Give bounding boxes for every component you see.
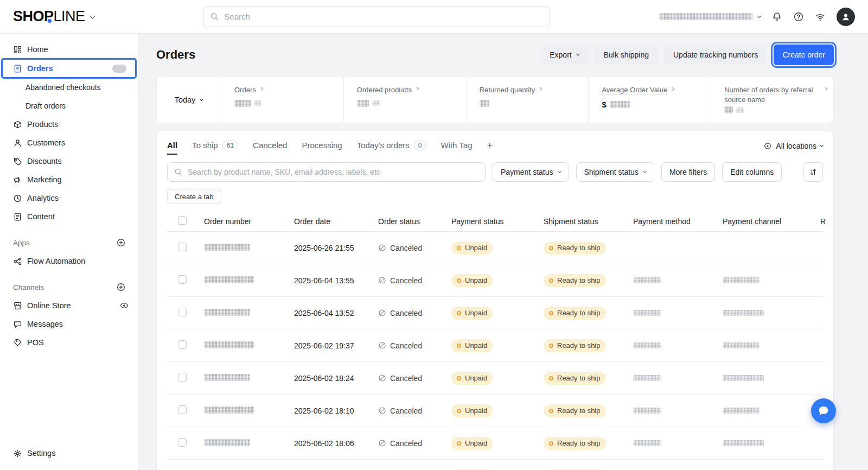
table-row[interactable]: 2025-06-02 18:24 Canceled Unpaid Ready t…	[167, 362, 823, 395]
table-row[interactable]: 2025-06-02 19:37 Canceled Unpaid Ready t…	[167, 329, 823, 362]
table-row[interactable]: 2025-06-26 21:55 Canceled Unpaid Ready t…	[167, 232, 823, 264]
tab-with-tag[interactable]: With Tag	[441, 141, 472, 155]
sidebar-item-pos[interactable]: POS	[0, 333, 138, 352]
sidebar-item-marketing[interactable]: Marketing	[0, 170, 138, 189]
order-date: 2025-06-02 18:06	[294, 439, 378, 448]
order-number-redacted[interactable]	[204, 439, 250, 446]
content-icon	[13, 212, 22, 221]
stats-period-select[interactable]: Today	[157, 77, 221, 123]
stats-strip: Today Orders Ordered products Returned q…	[156, 76, 834, 123]
avatar[interactable]	[837, 8, 855, 26]
shipment-status-badge: Ready to ship	[544, 437, 606, 450]
orders-table: Order number Order date Order status Pay…	[167, 211, 823, 470]
column-header[interactable]: Order date	[294, 217, 378, 226]
column-header[interactable]: Payment method	[633, 217, 723, 226]
canceled-icon	[378, 244, 386, 252]
bulk-shipping-button[interactable]: Bulk shipping	[595, 45, 658, 65]
sidebar-item-customers[interactable]: Customers	[0, 134, 138, 152]
create-order-button[interactable]: Create order	[774, 45, 834, 65]
plus-circle-icon[interactable]	[116, 238, 126, 247]
sidebar-item-flow-automation[interactable]: Flow Automation	[0, 252, 138, 270]
flow-automation-icon	[13, 257, 22, 266]
more-filters-button[interactable]: More filters	[661, 162, 715, 182]
order-number-redacted[interactable]	[204, 276, 254, 283]
sidebar-item-orders[interactable]: Orders	[3, 60, 135, 77]
plus-circle-icon[interactable]	[116, 282, 126, 292]
tab-all[interactable]: All	[167, 141, 177, 155]
order-date: 2025-06-04 13:55	[294, 276, 378, 285]
payment-status-badge-label: Unpaid	[465, 244, 487, 252]
stat-returned-quantity-label[interactable]: Returned quantity	[480, 85, 542, 95]
help-icon[interactable]	[793, 11, 804, 22]
table-row[interactable]: Canceled Unpaid Ready to ship	[167, 460, 823, 470]
shipment-status-filter[interactable]: Shipment status	[576, 162, 654, 182]
column-header[interactable]: Payment status	[451, 217, 544, 226]
stat-orders-label[interactable]: Orders	[234, 85, 263, 95]
sidebar-item-content[interactable]: Content	[0, 207, 138, 226]
order-number-redacted[interactable]	[204, 244, 250, 251]
sidebar-item-settings[interactable]: Settings	[0, 444, 138, 462]
sidebar-item-discounts[interactable]: Discounts	[0, 152, 138, 170]
shipment-status-badge-label: Ready to ship	[557, 374, 601, 382]
tab-todays-orders[interactable]: Today's orders0	[357, 141, 426, 155]
stat-referral-label[interactable]: Number of orders by referral source name	[724, 85, 827, 104]
order-number-redacted[interactable]	[204, 309, 250, 316]
stat-aov-label[interactable]: Average Order Value	[602, 85, 674, 95]
tab-processing[interactable]: Processing	[302, 141, 342, 155]
order-status: Canceled	[378, 309, 451, 317]
location-label: All locations	[776, 142, 816, 150]
order-number-redacted[interactable]	[204, 374, 250, 381]
order-search-input[interactable]	[188, 168, 478, 176]
orders-table-body: 2025-06-26 21:55 Canceled Unpaid Ready t…	[167, 232, 823, 470]
row-checkbox[interactable]	[178, 438, 187, 447]
table-row[interactable]: 2025-06-02 18:10 Canceled Unpaid Ready t…	[167, 395, 823, 427]
export-button[interactable]: Export	[541, 45, 588, 65]
order-number-redacted[interactable]	[204, 407, 254, 414]
column-header[interactable]: Payment channel	[723, 217, 820, 226]
column-header[interactable]: Shipment status	[544, 217, 633, 226]
table-row[interactable]: 2025-06-04 13:55 Canceled Unpaid Ready t…	[167, 264, 823, 297]
bell-icon[interactable]	[771, 11, 782, 22]
sidebar-item-analytics[interactable]: Analytics	[0, 189, 138, 207]
eye-icon[interactable]	[119, 301, 129, 310]
select-all-checkbox[interactable]	[178, 216, 187, 225]
add-tab-button[interactable]: +	[487, 140, 493, 155]
sidebar-item-online-store[interactable]: Online Store	[0, 296, 138, 315]
sidebar-item-messages[interactable]: Messages	[0, 315, 138, 333]
table-row[interactable]: 2025-06-04 13:52 Canceled Unpaid Ready t…	[167, 297, 823, 329]
global-search-input[interactable]	[224, 12, 543, 21]
sidebar-item-label: Online Store	[27, 301, 71, 310]
chat-launcher-button[interactable]	[811, 398, 836, 423]
column-header[interactable]: Recipient	[820, 217, 826, 226]
tab-canceled[interactable]: Canceled	[253, 141, 287, 155]
stat-returned-quantity: Returned quantity	[467, 77, 589, 123]
column-header[interactable]: Order number	[204, 217, 294, 226]
column-header[interactable]: Order status	[378, 217, 451, 226]
network-status-icon[interactable]	[815, 11, 826, 22]
sidebar-item-label: Messages	[27, 320, 63, 328]
row-checkbox[interactable]	[178, 243, 187, 251]
edit-columns-button[interactable]: Edit columns	[722, 162, 782, 182]
table-row[interactable]: 2025-06-02 18:06 Canceled Unpaid Ready t…	[167, 427, 823, 460]
row-checkbox[interactable]	[178, 405, 187, 414]
store-switcher[interactable]	[659, 13, 761, 20]
row-checkbox[interactable]	[178, 340, 187, 349]
stat-ordered-products-label[interactable]: Ordered products	[357, 85, 418, 95]
update-tracking-numbers-button[interactable]: Update tracking numbers	[665, 45, 767, 65]
sidebar-item-home[interactable]: Home	[0, 40, 138, 59]
row-checkbox[interactable]	[178, 373, 187, 382]
order-status-label: Canceled	[390, 407, 422, 415]
sidebar-item-draft-orders[interactable]: Draft orders	[0, 97, 138, 115]
sort-button[interactable]	[803, 162, 823, 182]
order-number-redacted[interactable]	[204, 341, 254, 348]
row-checkbox[interactable]	[178, 275, 187, 284]
shopline-logo[interactable]: SHOPLINE	[13, 8, 94, 25]
payment-status-filter[interactable]: Payment status	[493, 162, 569, 182]
create-tab-button[interactable]: Create a tab	[167, 189, 221, 204]
row-checkbox[interactable]	[178, 308, 187, 316]
tab-to-ship[interactable]: To ship61	[192, 141, 238, 155]
order-status: Canceled	[378, 439, 451, 448]
location-filter[interactable]: All locations	[763, 142, 823, 154]
sidebar-item-products[interactable]: Products	[0, 115, 138, 134]
sidebar-item-abandoned-checkouts[interactable]: Abandoned checkouts	[0, 78, 138, 97]
